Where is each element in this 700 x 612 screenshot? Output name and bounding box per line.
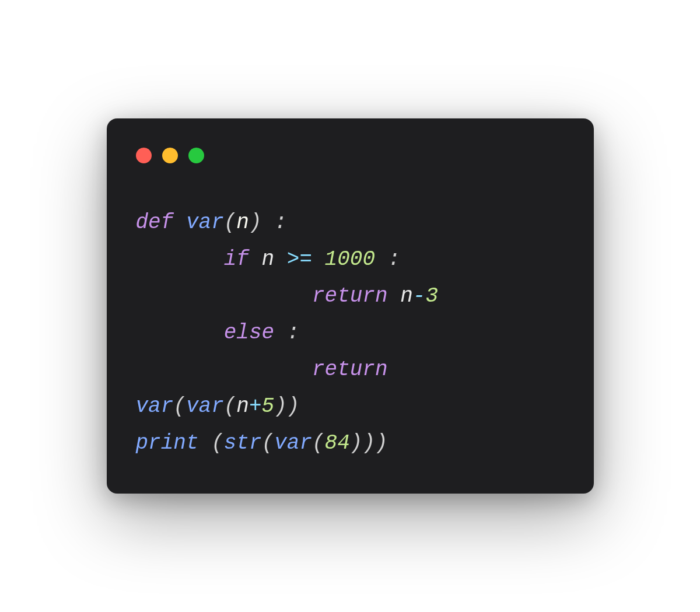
close-paren: ) — [362, 431, 375, 455]
keyword-def: def — [136, 211, 174, 235]
open-paren: ( — [224, 211, 237, 235]
close-paren: ) — [287, 394, 300, 418]
indent — [136, 321, 224, 345]
keyword-return: return — [312, 358, 388, 382]
traffic-lights — [136, 148, 565, 163]
operator-plus: + — [249, 394, 262, 418]
colon: : — [274, 211, 287, 235]
number: 84 — [325, 431, 350, 455]
function-name: var — [186, 211, 224, 235]
number: 5 — [262, 394, 275, 418]
close-paren: ) — [375, 431, 388, 455]
open-paren: ( — [224, 394, 237, 418]
number: 3 — [425, 284, 438, 308]
identifier: n — [262, 247, 275, 271]
identifier: n — [400, 284, 413, 308]
open-paren: ( — [173, 394, 186, 418]
colon: : — [388, 247, 401, 271]
keyword-else: else — [224, 321, 274, 345]
maximize-icon[interactable] — [188, 148, 204, 163]
close-icon[interactable] — [136, 148, 152, 163]
operator-gte: >= — [287, 247, 312, 271]
open-paren: ( — [262, 431, 275, 455]
space — [173, 211, 186, 235]
space — [199, 431, 212, 455]
indent — [136, 247, 224, 271]
code-window: def var(n) : if n >= 1000 : return n-3 e… — [107, 118, 594, 494]
keyword-if: if — [224, 247, 249, 271]
function-call: var — [136, 394, 174, 418]
open-paren: ( — [211, 431, 224, 455]
function-call: str — [224, 431, 262, 455]
colon: : — [287, 321, 300, 345]
space — [249, 247, 262, 271]
function-call: var — [186, 394, 224, 418]
parameter: n — [236, 211, 249, 235]
open-paren: ( — [312, 431, 325, 455]
space — [375, 247, 388, 271]
space — [274, 247, 287, 271]
keyword-return: return — [312, 284, 388, 308]
space — [262, 211, 275, 235]
indent — [136, 358, 312, 382]
identifier: n — [236, 394, 249, 418]
space — [388, 358, 401, 382]
close-paren: ) — [350, 431, 363, 455]
space — [312, 247, 325, 271]
code-block: def var(n) : if n >= 1000 : return n-3 e… — [136, 204, 565, 461]
close-paren: ) — [274, 394, 287, 418]
function-call: print — [136, 431, 199, 455]
space — [274, 321, 287, 345]
space — [388, 284, 401, 308]
number: 1000 — [325, 247, 375, 271]
function-call: var — [274, 431, 312, 455]
close-paren: ) — [249, 211, 262, 235]
indent — [136, 284, 312, 308]
operator-minus: - — [413, 284, 426, 308]
minimize-icon[interactable] — [162, 148, 178, 163]
